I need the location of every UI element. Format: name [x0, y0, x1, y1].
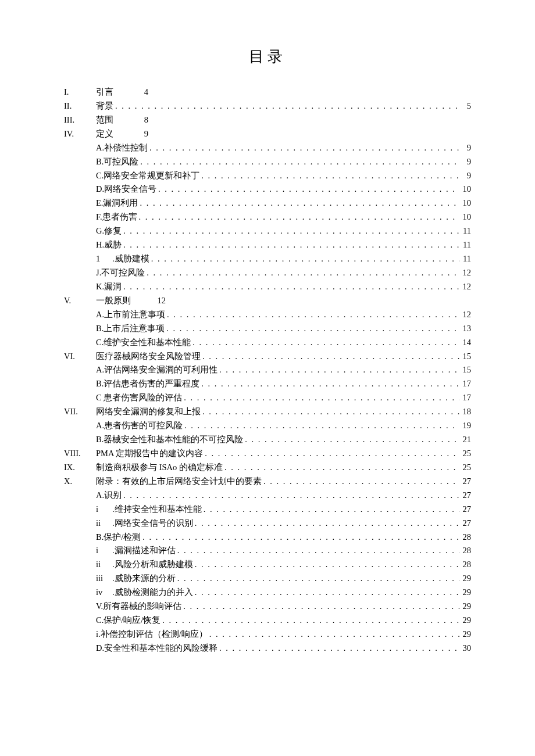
entry-marker: ii: [96, 558, 112, 572]
toc-entry: D.网络安全信号10: [64, 182, 471, 196]
entry-label: 附录：有效的上市后网络安全计划中的要素: [96, 475, 262, 489]
entry-label: G.修复: [96, 224, 122, 238]
toc-entry: A.上市前注意事项12: [64, 308, 471, 322]
entry-number: IX.: [64, 461, 96, 475]
entry-page: 29: [459, 628, 471, 642]
entry-label: A.患者伤害的可控风险: [96, 419, 183, 433]
entry-page: 10: [459, 210, 471, 224]
toc-entry: ii .风险分析和威胁建模28: [64, 558, 471, 572]
entry-page: 28: [459, 558, 471, 572]
toc-entry: VII.网络安全漏洞的修复和上报18: [64, 405, 471, 419]
entry-page: 19: [459, 419, 471, 433]
entry-page: 14: [459, 336, 471, 350]
entry-page: 4: [137, 85, 148, 99]
entry-label: K.漏洞: [96, 280, 122, 294]
entry-page: 9: [459, 169, 471, 183]
entry-page: 10: [459, 182, 471, 196]
entry-marker: 1: [96, 252, 112, 266]
entry-page: 17: [459, 377, 471, 391]
dot-leader: [183, 419, 459, 433]
toc-entry: F.患者伤害10: [64, 210, 471, 224]
entry-page: 13: [459, 322, 471, 336]
dot-leader: [176, 572, 459, 586]
dot-leader: [137, 210, 459, 224]
entry-label: B.评估患者伤害的严重程度: [96, 377, 199, 391]
entry-label: .维持安全性和基本性能: [112, 503, 202, 517]
dot-leader: [201, 405, 459, 419]
entry-label: 背景: [96, 99, 113, 113]
toc-entry: VIII.PMA 定期报告中的建议内容25: [64, 447, 471, 461]
entry-label: i.补偿控制评估（检测/响应）: [96, 628, 208, 642]
toc-entry: D.安全性和基本性能的风险缓释30: [64, 642, 471, 655]
dot-leader: [199, 169, 459, 183]
entry-label: H.威胁: [96, 238, 122, 252]
dot-leader: [193, 558, 459, 572]
entry-page: 10: [459, 196, 471, 210]
entry-number: VI.: [64, 350, 96, 364]
toc-entry: B.可控风险9: [64, 155, 471, 169]
dot-leader: [199, 377, 459, 391]
dot-leader: [176, 544, 459, 558]
entry-label: B.上市后注意事项: [96, 322, 165, 336]
toc-entry: C.维护安全性和基本性能14: [64, 336, 471, 350]
entry-label: .风险分析和威胁建模: [112, 558, 193, 572]
dot-leader: [122, 489, 459, 503]
entry-page: 29: [459, 600, 471, 614]
entry-page: 17: [459, 391, 471, 405]
entry-label: D.安全性和基本性能的风险缓释: [96, 642, 217, 655]
entry-page: 12: [459, 280, 471, 294]
entry-label: .网络安全信号的识别: [112, 517, 193, 531]
toc-entry: A.评估网络安全漏洞的可利用性15: [64, 363, 471, 377]
entry-marker: iii: [96, 572, 112, 586]
entry-page: 27: [459, 503, 471, 517]
entry-number: VII.: [64, 405, 96, 419]
entry-number: II.: [64, 99, 96, 113]
dot-leader: [217, 363, 459, 377]
entry-label: 制造商积极参与 ISAo 的确定标准: [96, 461, 223, 475]
entry-marker: i: [96, 544, 112, 558]
entry-label: A.识别: [96, 489, 122, 503]
entry-page: 27: [459, 517, 471, 531]
entry-number: X.: [64, 475, 96, 489]
entry-page: 8: [137, 113, 148, 127]
dot-leader: [145, 266, 459, 280]
dot-leader: [156, 182, 459, 196]
dot-leader: [165, 322, 459, 336]
toc-entry: ii .网络安全信号的识别27: [64, 517, 471, 531]
dot-leader: [181, 600, 459, 614]
dot-leader: [122, 280, 459, 294]
entry-label: 引言: [96, 85, 113, 99]
entry-label: PMA 定期报告中的建议内容: [96, 447, 203, 461]
entry-page: 28: [459, 544, 471, 558]
entry-label: 一般原则: [96, 294, 131, 308]
toc-entry: C 患者伤害风险的评估17: [64, 391, 471, 405]
entry-page: 12: [459, 266, 471, 280]
toc-entry: iv .威胁检测能力的并入29: [64, 586, 471, 600]
entry-label: B.保护/检测: [96, 531, 141, 544]
entry-label: C.保护/响应/恢复: [96, 614, 160, 628]
dot-leader: [202, 503, 459, 517]
entry-number: IV.: [64, 127, 96, 141]
entry-number: VIII.: [64, 447, 96, 461]
dot-leader: [203, 447, 459, 461]
toc-entry: A.患者伤害的可控风险19: [64, 419, 471, 433]
toc-entry: H.威胁11: [64, 238, 471, 252]
entry-label: F.患者伤害: [96, 210, 137, 224]
entry-page: 9: [459, 141, 471, 155]
entry-number: III.: [64, 113, 96, 127]
entry-label: B.器械安全性和基本性能的不可控风险: [96, 433, 243, 447]
dot-leader: [113, 99, 459, 113]
toc-entry: A.识别27: [64, 489, 471, 503]
entry-label: A.补偿性控制: [96, 141, 148, 155]
entry-page: 12: [459, 308, 471, 322]
entry-label: C.维护安全性和基本性能: [96, 336, 191, 350]
dot-leader: [122, 238, 459, 252]
entry-label: .威胁建模: [112, 252, 149, 266]
dot-leader: [243, 433, 459, 447]
entry-label: C 患者伤害风险的评估: [96, 391, 182, 405]
dot-leader: [201, 350, 459, 364]
entry-page: 21: [459, 433, 471, 447]
toc-entry: i .漏洞描述和评估28: [64, 544, 471, 558]
toc-entry: K.漏洞12: [64, 280, 471, 294]
toc-entry: II.背景5: [64, 99, 471, 113]
